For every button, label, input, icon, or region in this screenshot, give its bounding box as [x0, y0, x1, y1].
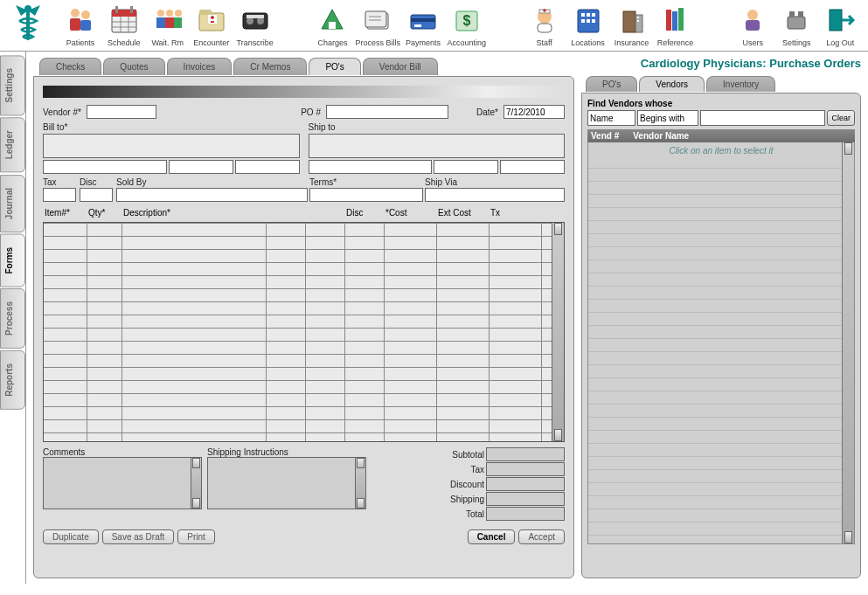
save-draft-button[interactable]: Save as Draft — [102, 529, 175, 544]
line-item-row[interactable] — [44, 432, 564, 441]
toolbar-encounter[interactable]: Encounter — [191, 3, 233, 47]
cancel-button[interactable]: Cancel — [468, 529, 516, 544]
toolbar-users[interactable]: Users — [732, 3, 774, 47]
vendor-row[interactable] — [588, 522, 854, 536]
side-tab-journal[interactable]: Journal — [0, 175, 25, 232]
toolbar-processbills[interactable]: Process Bills — [355, 3, 400, 47]
shipinstr-scrollbar[interactable] — [356, 457, 366, 509]
disc-input[interactable] — [80, 188, 113, 202]
vendor-row[interactable] — [588, 339, 854, 352]
vendor-row[interactable] — [588, 405, 854, 418]
line-items-grid[interactable] — [43, 222, 565, 442]
tab-crmemos[interactable]: Cr Memos — [233, 58, 307, 75]
vendor-row[interactable] — [588, 326, 854, 339]
toolbar-payments[interactable]: Payments — [402, 3, 444, 47]
print-button[interactable]: Print — [177, 529, 215, 544]
line-item-row[interactable] — [44, 367, 564, 380]
line-item-row[interactable] — [44, 236, 564, 249]
find-field-select[interactable] — [587, 110, 635, 126]
line-item-row[interactable] — [44, 223, 564, 236]
vendor-row[interactable] — [588, 182, 854, 195]
ship-to-box[interactable] — [309, 134, 566, 158]
side-tab-ledger[interactable]: Ledger — [0, 117, 25, 172]
vendor-row[interactable] — [588, 418, 854, 431]
line-item-row[interactable] — [44, 301, 564, 315]
vendor-row[interactable] — [588, 208, 854, 221]
vendor-num-input[interactable] — [87, 105, 156, 119]
shipinstr-textarea[interactable] — [207, 457, 356, 509]
vendor-row[interactable] — [588, 247, 854, 260]
line-item-row[interactable] — [44, 328, 564, 341]
toolbar-schedule[interactable]: Schedule — [103, 3, 145, 47]
vendor-row[interactable] — [588, 169, 854, 182]
line-item-row[interactable] — [44, 249, 564, 262]
accept-button[interactable]: Accept — [518, 529, 565, 544]
tab-quotes[interactable]: Quotes — [103, 58, 164, 75]
vendor-row[interactable] — [588, 234, 854, 247]
side-tab-settings[interactable]: Settings — [0, 55, 25, 115]
toolbar-transcribe[interactable]: Transcribe — [234, 3, 276, 47]
vendor-row[interactable] — [588, 195, 854, 208]
bill-to-box[interactable] — [43, 134, 300, 158]
vendor-row[interactable] — [588, 287, 854, 300]
comments-scrollbar[interactable] — [191, 457, 202, 509]
vendor-row[interactable] — [588, 365, 854, 378]
grid-scrollbar[interactable] — [552, 223, 564, 441]
vendor-row[interactable] — [588, 300, 854, 313]
comments-textarea[interactable] — [43, 457, 191, 509]
find-clear-button[interactable]: Clear — [827, 110, 855, 126]
date-input[interactable] — [503, 105, 565, 119]
vendor-row[interactable] — [588, 391, 854, 405]
find-value-input[interactable] — [700, 110, 825, 126]
vendor-row[interactable] — [588, 221, 854, 234]
vendor-row[interactable] — [588, 496, 854, 509]
toolbar-charges[interactable]: Charges — [312, 3, 354, 47]
tab-pos[interactable]: PO's — [309, 58, 360, 75]
find-op-select[interactable] — [637, 110, 698, 126]
vendor-list[interactable]: Click on an item to select it — [587, 142, 855, 544]
line-item-row[interactable] — [44, 315, 564, 328]
vendor-row[interactable] — [588, 444, 854, 457]
toolbar-staff[interactable]: Staff — [524, 3, 566, 47]
toolbar-patients[interactable]: Patients — [59, 3, 101, 47]
vendor-row[interactable] — [588, 483, 854, 496]
tab-vendorbill[interactable]: Vendor Bill — [363, 58, 438, 75]
vendor-row[interactable] — [588, 509, 854, 522]
toolbar-logout[interactable]: Log Out — [819, 3, 861, 47]
line-item-row[interactable] — [44, 288, 564, 301]
toolbar-waitrm[interactable]: Wait. Rm — [147, 3, 189, 47]
bill-to-state[interactable] — [169, 160, 233, 174]
bill-to-zip[interactable] — [235, 160, 300, 174]
line-item-row[interactable] — [44, 406, 564, 419]
toolbar-locations[interactable]: Locations — [567, 3, 609, 47]
r-tab-inventory[interactable]: Inventory — [706, 76, 775, 92]
line-item-row[interactable] — [44, 354, 564, 367]
toolbar-accounting[interactable]: $Accounting — [446, 3, 488, 47]
vendor-row[interactable] — [588, 470, 854, 483]
ship-to-city[interactable] — [309, 160, 433, 174]
vendor-scrollbar[interactable] — [842, 142, 854, 543]
toolbar-reference[interactable]: Reference — [655, 3, 697, 47]
vendor-row[interactable] — [588, 431, 854, 444]
tab-invoices[interactable]: Invoices — [167, 58, 233, 75]
toolbar-insurance[interactable]: Insurance — [611, 3, 653, 47]
toolbar-settings[interactable]: Settings — [775, 3, 817, 47]
vendor-row[interactable] — [588, 378, 854, 391]
terms-input[interactable] — [309, 188, 423, 202]
po-num-input[interactable] — [326, 105, 448, 119]
vendor-row[interactable] — [588, 273, 854, 287]
vendor-row[interactable] — [588, 313, 854, 326]
vendor-row[interactable] — [588, 352, 854, 365]
vendor-row[interactable] — [588, 457, 854, 470]
line-item-row[interactable] — [44, 341, 564, 354]
shipvia-input[interactable] — [425, 188, 565, 202]
line-item-row[interactable] — [44, 380, 564, 393]
line-item-row[interactable] — [44, 419, 564, 432]
r-tab-pos[interactable]: PO's — [586, 76, 637, 92]
line-item-row[interactable] — [44, 393, 564, 406]
vendor-row[interactable] — [588, 260, 854, 273]
side-tab-forms[interactable]: Forms — [0, 234, 25, 287]
r-tab-vendors[interactable]: Vendors — [639, 76, 705, 92]
duplicate-button[interactable]: Duplicate — [43, 529, 99, 544]
line-item-row[interactable] — [44, 275, 564, 288]
